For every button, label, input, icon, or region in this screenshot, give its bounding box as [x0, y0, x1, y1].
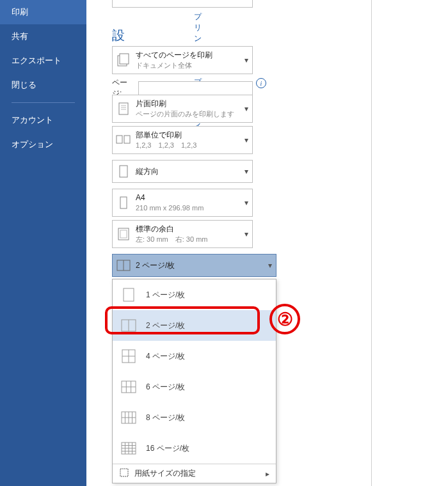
paper-icon	[113, 189, 134, 216]
main-panel: プリンターのプロパティ 設定 すべてのページを印刷 ドキュメント全体 ▾ ページ…	[86, 0, 448, 486]
dropdown-item-8[interactable]: 8 ページ/枚	[113, 402, 276, 433]
pages-input[interactable]	[138, 81, 253, 95]
chevron-down-icon: ▾	[241, 221, 252, 247]
dropdown-item-4[interactable]: 4 ページ/枚	[113, 341, 276, 372]
setting-collate-sub: 1,2,3 1,2,3 1,2,3	[136, 141, 239, 150]
collate-icon	[113, 127, 134, 153]
svg-rect-7	[124, 136, 130, 143]
setting-orientation[interactable]: 縦方向 ▾	[112, 160, 253, 183]
dropdown-papersize[interactable]: 用紙サイズの指定 ▸	[113, 464, 276, 483]
svg-rect-1	[120, 54, 129, 64]
setting-paper[interactable]: A4 210 mm x 296.98 mm ▾	[112, 189, 253, 217]
chevron-down-icon: ▾	[241, 161, 252, 182]
setting-orientation-label: 縦方向	[136, 166, 239, 177]
svg-rect-2	[119, 103, 128, 114]
setting-paper-sub: 210 mm x 296.98 mm	[136, 203, 239, 213]
dropdown-item-6[interactable]: 6 ページ/枚	[113, 372, 276, 402]
dropdown-item-16[interactable]: 16 ページ/枚	[113, 433, 276, 464]
svg-rect-8	[120, 166, 127, 177]
pages-icon	[113, 47, 134, 74]
chevron-down-icon: ▾	[241, 95, 252, 122]
setting-oneside-sub: ページの片面のみを印刷します	[136, 109, 239, 119]
svg-rect-14	[124, 288, 134, 301]
setting-oneside-label: 片面印刷	[136, 98, 239, 109]
grid-4-icon	[119, 347, 138, 366]
svg-rect-6	[116, 136, 122, 143]
setting-print-all[interactable]: すべてのページを印刷 ドキュメント全体 ▾	[112, 46, 253, 74]
sidebar-item-close[interactable]: 閉じる	[0, 73, 86, 97]
chevron-down-icon: ▾	[241, 127, 252, 153]
setting-print-all-sub: ドキュメント全体	[136, 61, 239, 70]
printer-box-bottom	[112, 0, 253, 8]
setting-persheet[interactable]: 2 ページ/枚 ▾	[112, 254, 276, 277]
persheet-icon	[113, 255, 134, 276]
sidebar-item-options[interactable]: オプション	[0, 132, 86, 157]
chevron-right-icon: ▸	[266, 469, 269, 478]
chevron-down-icon: ▾	[264, 255, 276, 276]
sidebar-item-print[interactable]: 印刷	[0, 0, 86, 24]
chevron-down-icon: ▾	[241, 189, 252, 216]
sidebar-item-account[interactable]: アカウント	[0, 108, 86, 132]
dropdown-item-2[interactable]: 2 ページ/枚	[113, 310, 276, 341]
sidebar-item-share[interactable]: 共有	[0, 24, 86, 49]
setting-paper-label: A4	[136, 192, 239, 203]
svg-rect-36	[120, 469, 128, 476]
grid-2-icon	[119, 316, 138, 335]
setting-oneside[interactable]: 片面印刷 ページの片面のみを印刷します ▾	[112, 95, 253, 123]
papersize-icon	[119, 467, 129, 480]
info-icon[interactable]: i	[256, 78, 266, 88]
svg-rect-9	[120, 197, 127, 208]
setting-persheet-label: 2 ページ/枚	[136, 260, 263, 271]
setting-collate-label: 部単位で印刷	[136, 130, 239, 141]
grid-8-icon	[119, 408, 138, 427]
oneside-icon	[113, 95, 134, 122]
sidebar-separator	[12, 102, 75, 103]
setting-margin-sub: 左: 30 mm 右: 30 mm	[136, 235, 239, 244]
margin-icon	[113, 221, 134, 247]
sidebar-item-export[interactable]: エクスポート	[0, 49, 86, 73]
orientation-icon	[113, 161, 134, 182]
grid-16-icon	[119, 439, 138, 458]
grid-6-icon	[119, 377, 138, 396]
svg-rect-11	[120, 230, 127, 238]
setting-margin[interactable]: 標準の余白 左: 30 mm 右: 30 mm ▾	[112, 220, 253, 248]
sidebar: 印刷 共有 エクスポート 閉じる アカウント オプション	[0, 0, 86, 486]
setting-collate[interactable]: 部単位で印刷 1,2,3 1,2,3 1,2,3 ▾	[112, 126, 253, 154]
setting-margin-label: 標準の余白	[136, 224, 239, 235]
grid-1-icon	[119, 285, 138, 304]
persheet-dropdown: 1 ページ/枚 2 ページ/枚 4 ページ/枚 6 ページ/枚 8 ページ/枚 …	[112, 279, 276, 483]
setting-print-all-label: すべてのページを印刷	[136, 50, 239, 61]
chevron-down-icon: ▾	[241, 47, 252, 74]
dropdown-item-1[interactable]: 1 ページ/枚	[113, 279, 276, 310]
